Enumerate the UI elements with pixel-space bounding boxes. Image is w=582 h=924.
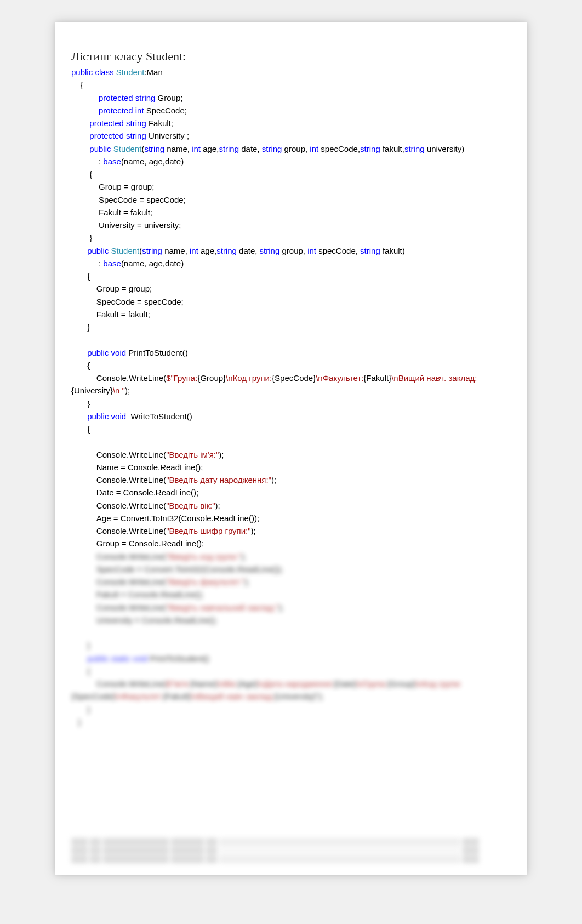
code-text: Fakult; xyxy=(146,118,173,128)
code-text: Console.WriteLine( xyxy=(71,552,166,561)
keyword: protected xyxy=(71,106,133,115)
code-text: {Name} xyxy=(190,679,217,688)
code-text: Console.WriteLine( xyxy=(71,373,166,383)
keyword: void xyxy=(111,412,127,421)
keyword: string xyxy=(262,144,282,153)
code-text: University = Console.ReadLine(); xyxy=(71,615,217,625)
keyword: void xyxy=(111,348,127,357)
keyword: protected xyxy=(71,118,124,128)
code-text: ); xyxy=(125,386,130,395)
type-name: Student xyxy=(116,67,145,77)
code-text: :Man xyxy=(144,67,162,77)
code-text: } xyxy=(71,233,92,242)
code-text: {Fakult} xyxy=(363,373,391,383)
code-text: WriteToStudent() xyxy=(126,412,192,421)
table-row xyxy=(71,847,511,854)
string-literal: \nФакультет: xyxy=(316,373,363,383)
keyword: public xyxy=(71,246,109,255)
code-text: {Group} xyxy=(387,679,415,688)
code-text: {Fakult} xyxy=(163,692,191,701)
code-text: ); xyxy=(278,603,283,612)
code-text: } xyxy=(71,641,90,650)
code-text: { xyxy=(71,361,90,370)
string-literal: \nВік: xyxy=(217,679,237,688)
code-text: group, xyxy=(282,144,310,153)
code-text: ); xyxy=(219,450,224,459)
code-text: Date = Console.ReadLine(); xyxy=(71,488,198,497)
string-literal: \nФакультет: xyxy=(115,692,163,701)
code-text: specCode, xyxy=(316,246,360,255)
code-text: {SpecCode} xyxy=(71,692,115,701)
code-text: { xyxy=(71,169,92,179)
code-text: ); xyxy=(241,552,246,561)
code-text: { xyxy=(71,271,90,281)
keyword: int xyxy=(135,106,144,115)
code-text: Console.WriteLine( xyxy=(71,603,166,612)
code-text: specCode, xyxy=(318,144,360,153)
string-literal: \nКод групи: xyxy=(415,679,461,688)
type-name: Student xyxy=(111,246,140,255)
keyword: protected xyxy=(71,93,133,102)
code-text: ); xyxy=(244,577,249,586)
string-literal: "Введіть навчальний заклад:" xyxy=(166,603,278,612)
keyword: public xyxy=(71,144,111,153)
code-text: fakult) xyxy=(380,246,405,255)
string-literal: "Введіть ім'я:" xyxy=(166,450,219,459)
code-text: ); xyxy=(271,475,276,484)
keyword: int xyxy=(190,246,198,255)
code-text: group, xyxy=(279,246,307,255)
keyword: base xyxy=(103,157,121,166)
code-text: (name, age,date) xyxy=(121,157,184,166)
keyword: string xyxy=(144,144,164,153)
keyword: public xyxy=(71,348,109,357)
code-text: : xyxy=(71,259,103,268)
code-text: name, xyxy=(164,144,192,153)
code-text: date, xyxy=(239,144,262,153)
code-text: : xyxy=(71,157,103,166)
document-page: Лістинг класу Student: public class Stud… xyxy=(55,22,527,875)
keyword: int xyxy=(307,246,316,255)
code-block: public class Student:Man { protected str… xyxy=(71,66,511,728)
keyword: string xyxy=(219,144,239,153)
keyword: string xyxy=(404,144,425,153)
keyword: int xyxy=(310,144,318,153)
string-literal: \nВищий навч. заклад: xyxy=(391,373,477,383)
code-text: ); xyxy=(251,526,256,535)
code-text: ); xyxy=(215,501,220,510)
code-text: {Date} xyxy=(334,679,357,688)
blurred-preview-region: Console.WriteLine("Введіть код групи:");… xyxy=(71,550,511,729)
string-literal: "Введіть вік:" xyxy=(166,501,215,510)
code-text: Console.WriteLine( xyxy=(71,450,166,459)
code-text: fakult, xyxy=(380,144,404,153)
code-text: {University}" xyxy=(274,692,318,701)
keyword: string xyxy=(126,118,146,128)
code-text: Name = Console.ReadLine(); xyxy=(71,463,203,472)
keyword: base xyxy=(103,259,121,268)
code-text: Group = group; xyxy=(71,284,152,293)
code-text: Console.WriteLine( xyxy=(71,526,166,535)
code-text: { xyxy=(71,666,90,676)
code-text: PrintToStudent() xyxy=(147,654,209,663)
keyword: string xyxy=(142,246,162,255)
code-text: Age = Convert.ToInt32(Console.ReadLine()… xyxy=(71,514,259,523)
string-literal: "Введіть шифр групи:" xyxy=(166,526,250,535)
string-literal: $"Група: xyxy=(166,373,197,383)
keyword: string xyxy=(126,131,146,140)
keyword: static xyxy=(109,654,130,663)
code-text: SpecCode = Convert.ToInt32(Console.ReadL… xyxy=(71,564,283,574)
code-text: SpecCode = specCode; xyxy=(71,297,184,306)
code-text: Fakult = fakult; xyxy=(71,208,152,217)
string-literal: \nДата народження: xyxy=(258,679,334,688)
code-text: {University} xyxy=(71,386,113,395)
code-text: Group = Console.ReadLine(); xyxy=(71,539,204,548)
code-text: University ; xyxy=(146,131,189,140)
string-literal: "Введіть факультет:" xyxy=(166,577,244,586)
keyword: int xyxy=(192,144,201,153)
keyword: public xyxy=(71,412,109,421)
table-row xyxy=(71,838,511,846)
keyword: protected xyxy=(71,131,124,140)
code-text: } xyxy=(71,399,90,408)
code-text: Group; xyxy=(155,93,182,102)
code-text: name, xyxy=(162,246,190,255)
page-title: Лістинг класу Student: xyxy=(71,49,511,64)
